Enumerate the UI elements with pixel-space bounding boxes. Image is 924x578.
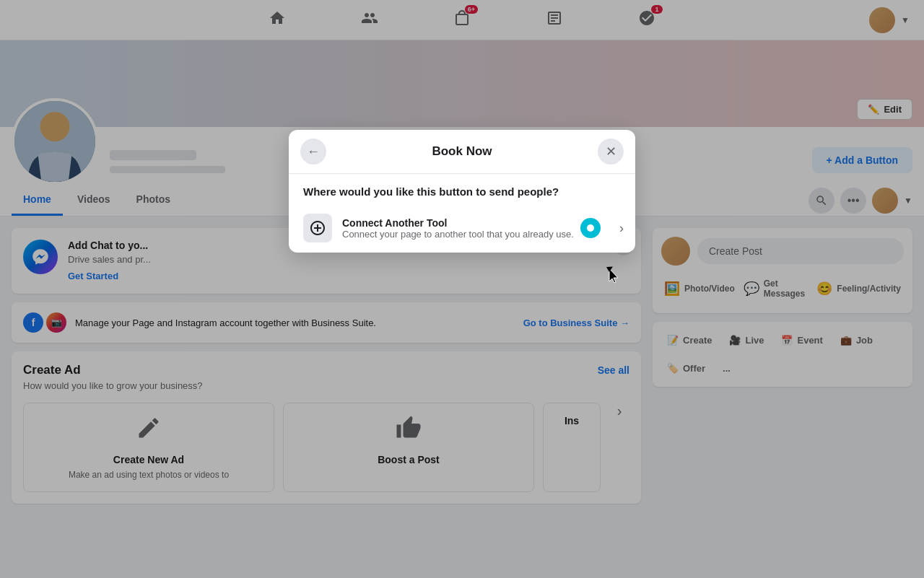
connect-tool-arrow: › <box>619 221 624 236</box>
connect-tool-radio <box>580 218 601 238</box>
modal-header: ← Book Now ✕ <box>289 130 635 174</box>
modal-overlay[interactable]: ← Book Now ✕ Where would you like this b… <box>0 0 924 578</box>
modal-item-connect[interactable]: Connect Another Tool Connect your page t… <box>289 203 635 253</box>
connect-tool-icon <box>303 214 332 242</box>
back-icon: ← <box>307 144 320 159</box>
modal-back-button[interactable]: ← <box>300 139 326 165</box>
book-now-modal: ← Book Now ✕ Where would you like this b… <box>289 130 635 253</box>
connect-tool-desc: Connect your page to another tool that y… <box>342 229 574 240</box>
modal-question: Where would you like this button to send… <box>289 174 635 203</box>
modal-title: Book Now <box>326 144 598 159</box>
connect-tool-text: Connect Another Tool Connect your page t… <box>342 217 574 240</box>
close-icon: ✕ <box>606 144 616 159</box>
modal-close-button[interactable]: ✕ <box>598 139 624 165</box>
connect-tool-title: Connect Another Tool <box>342 217 574 229</box>
